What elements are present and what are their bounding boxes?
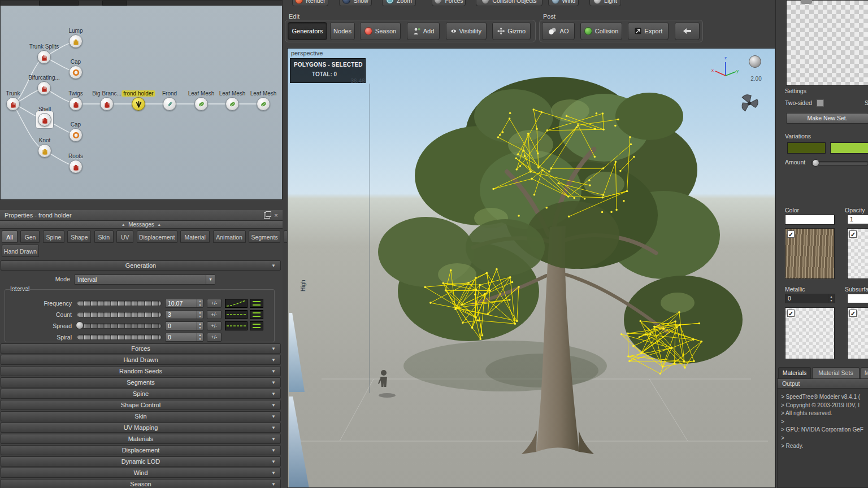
zoom-button[interactable]: Zoom <box>382 0 416 6</box>
curve-widget[interactable] <box>225 310 248 319</box>
tab-displacement[interactable]: Displacement <box>137 230 177 243</box>
plus-minus-button[interactable]: +/- <box>207 333 222 342</box>
curve-widget[interactable] <box>225 321 248 330</box>
tab-materials[interactable]: Materials <box>778 367 811 378</box>
opacity-texture-checkbox[interactable]: ✓ <box>849 230 857 238</box>
variation-swatch-light[interactable] <box>830 142 868 154</box>
properties-title-bar[interactable]: Properties - frond holder × <box>0 210 283 221</box>
render-button[interactable]: Render <box>292 0 328 6</box>
section-wind[interactable]: Wind▼ <box>1 468 281 478</box>
visibility-button[interactable]: Visibility <box>446 22 487 40</box>
subsurface-texture-checkbox[interactable]: ✓ <box>849 310 857 317</box>
tab-all[interactable]: All <box>2 230 18 243</box>
ao-button[interactable]: AO <box>542 22 575 40</box>
curve-widget-small[interactable] <box>250 321 263 330</box>
tab-uv[interactable]: UV <box>116 230 133 243</box>
camera-sphere-widget[interactable] <box>749 55 761 68</box>
make-new-set-button[interactable]: Make New Set. <box>786 113 868 124</box>
spiral-value[interactable]: 0▲▼ <box>165 333 203 342</box>
frequency-value[interactable]: 10.07▲▼ <box>165 299 203 308</box>
output-header[interactable]: Output <box>778 379 868 389</box>
fan-widget[interactable] <box>739 93 760 114</box>
tab-hand-drawn[interactable]: Hand Drawn <box>2 245 39 257</box>
season-button[interactable]: Season <box>360 22 401 40</box>
tab-maps-clipped[interactable]: M <box>861 367 868 378</box>
spinner-arrows-icon[interactable]: ▲▼ <box>197 299 203 307</box>
two-sided-checkbox[interactable] <box>817 99 824 107</box>
color-texture-checkbox[interactable]: ✓ <box>787 230 795 238</box>
messages-bar[interactable]: ▲ Messages ▲ <box>0 221 283 229</box>
metallic-texture-checkbox[interactable]: ✓ <box>787 310 795 317</box>
section-shape-control[interactable]: Shape Control▼ <box>1 400 281 410</box>
section-displacement[interactable]: Displacement▼ <box>1 445 281 455</box>
tab-material[interactable]: Material <box>180 230 210 243</box>
graph-tab-stub[interactable] <box>102 1 127 6</box>
variation-swatch-dark[interactable] <box>787 142 826 154</box>
curve-widget-small[interactable] <box>250 299 263 308</box>
tab-skin[interactable]: Skin <box>94 230 114 243</box>
spread-value[interactable]: 0▲▼ <box>165 321 203 330</box>
plus-minus-button[interactable]: +/- <box>207 310 222 319</box>
generators-button[interactable]: Generators <box>288 22 327 40</box>
curve-widget[interactable] <box>225 299 248 308</box>
plus-minus-button[interactable]: +/- <box>207 299 222 308</box>
node-graph-panel[interactable]: Trunk Trunk Splits Lump Cap Bifurcating.… <box>0 0 283 200</box>
subsurface-field[interactable] <box>847 294 868 303</box>
tab-gen[interactable]: Gen <box>20 230 40 243</box>
section-segments[interactable]: Segments▼ <box>1 377 281 387</box>
spread-slider[interactable] <box>77 323 162 329</box>
spiral-slider[interactable] <box>77 334 162 340</box>
tab-spine[interactable]: Spine <box>43 230 64 243</box>
section-hand-drawn[interactable]: Hand Drawn▼ <box>1 355 281 365</box>
spinner-arrows-icon[interactable]: ▲▼ <box>197 333 203 341</box>
scroll-nub[interactable] <box>801 0 812 4</box>
forces-button[interactable]: Forces <box>432 0 466 6</box>
graph-tab-stub[interactable] <box>39 1 79 6</box>
color-swatch[interactable] <box>785 215 835 225</box>
close-icon[interactable]: × <box>273 212 279 219</box>
spinner-arrows-icon[interactable]: ▲▼ <box>197 311 203 319</box>
amount-slider[interactable] <box>811 161 868 165</box>
spinner-arrows-icon[interactable]: ▲▼ <box>828 294 834 303</box>
tab-shape[interactable]: Shape <box>67 230 91 243</box>
section-forces[interactable]: Forces▼ <box>1 343 281 354</box>
tab-segments[interactable]: Segments <box>249 230 280 243</box>
frequency-slider[interactable] <box>77 300 162 306</box>
spread-slider-knob[interactable] <box>76 321 84 329</box>
opacity-field[interactable]: 1 <box>847 215 868 224</box>
gizmo-button[interactable]: Gizmo <box>492 22 531 40</box>
add-button[interactable]: Add <box>407 22 440 40</box>
mode-dropdown[interactable]: Interval ▼ <box>74 274 215 285</box>
show-button[interactable]: Show <box>339 0 372 6</box>
section-uv-mapping[interactable]: UV Mapping▼ <box>1 422 281 433</box>
collision-button[interactable]: Collision <box>580 22 622 40</box>
export-button[interactable]: Export <box>628 22 669 40</box>
light-button[interactable]: Light <box>589 0 621 6</box>
section-materials[interactable]: Materials▼ <box>1 434 281 444</box>
texture-preview-large[interactable] <box>786 0 868 86</box>
count-value[interactable]: 3▲▼ <box>165 310 203 319</box>
section-season[interactable]: Season▼ <box>1 479 281 488</box>
section-generation[interactable]: Generation ▼ <box>1 260 281 271</box>
tab-material-sets[interactable]: Material Sets <box>812 367 860 378</box>
float-panel-icon[interactable] <box>264 212 270 219</box>
back-button[interactable] <box>675 22 700 40</box>
mode-label: Mode <box>0 276 70 282</box>
metallic-field[interactable]: 0▲▼ <box>785 294 835 303</box>
collision-objects-button[interactable]: Collision Objects <box>476 0 542 6</box>
section-skin[interactable]: Skin▼ <box>1 411 281 421</box>
section-random-seeds[interactable]: Random Seeds▼ <box>1 366 281 376</box>
axis-gizmo[interactable]: z x y <box>713 56 739 82</box>
section-dynamic-lod[interactable]: Dynamic LOD▼ <box>1 456 281 467</box>
nodes-button[interactable]: Nodes <box>330 22 355 40</box>
wind-button[interactable]: Wind <box>548 0 579 6</box>
count-slider[interactable] <box>77 312 162 317</box>
curve-widget-small[interactable] <box>250 310 263 319</box>
viewport-3d[interactable]: perspective POLYGONS - SELECTED TOTAL: 0… <box>287 48 775 488</box>
section-spine[interactable]: Spine▼ <box>1 389 281 399</box>
spinner-arrows-icon[interactable]: ▲▼ <box>197 322 203 330</box>
amount-slider-knob[interactable] <box>812 159 819 167</box>
plus-minus-button[interactable]: +/- <box>207 321 222 330</box>
tab-animation[interactable]: Animation <box>213 230 246 243</box>
viewport-mode-label[interactable]: perspective <box>291 50 323 56</box>
